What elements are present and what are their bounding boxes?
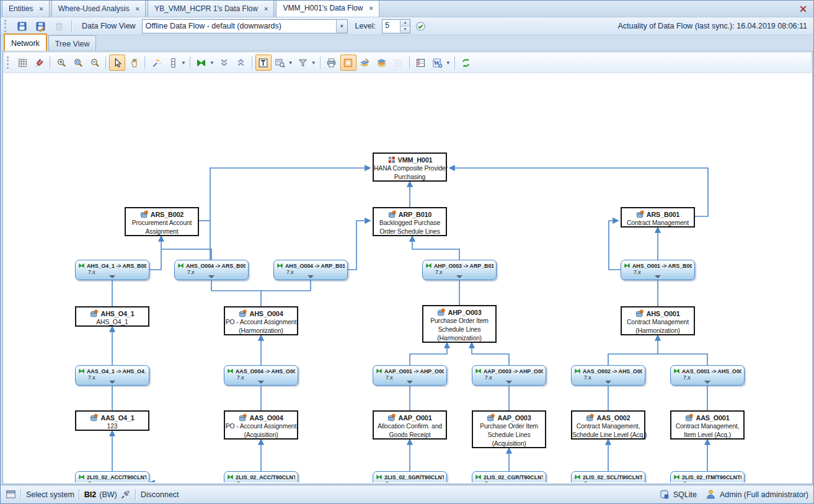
sync-status-button[interactable] bbox=[413, 18, 429, 34]
node-AHP_O003[interactable]: AHP_O003Purchase Order ItemSchedule Line… bbox=[422, 305, 497, 343]
tab-close-icon[interactable]: × bbox=[38, 5, 43, 12]
delete-button[interactable] bbox=[51, 18, 67, 34]
transformation-node-13[interactable]: 2LIS_02_SGR/T90CLNT090 ->...7.x bbox=[373, 471, 447, 482]
transformation-version: 7.x bbox=[584, 480, 642, 482]
snap-magnet-button[interactable] bbox=[31, 55, 47, 71]
transformation-node-14[interactable]: 2LIS_02_CGR/T90CLNT090 ->...7.x bbox=[472, 471, 546, 482]
node-AAS_O001[interactable]: AAS_O001Contract Management,Item Level (… bbox=[670, 410, 745, 440]
transformation-node-10[interactable]: AAS_O001 -> AHS_O0017.x bbox=[670, 365, 745, 386]
collapse-chevron-icon[interactable] bbox=[307, 275, 314, 278]
tab-close-icon[interactable]: × bbox=[135, 5, 140, 12]
node-AAS_O004[interactable]: AAS_O004PO - Account Assignment(Acquisit… bbox=[224, 410, 298, 440]
disconnect-button[interactable]: Disconnect bbox=[141, 490, 179, 499]
collapse-chevron-icon[interactable] bbox=[109, 381, 115, 384]
word-export-button[interactable]: W bbox=[430, 55, 446, 71]
node-ARP_B010[interactable]: ARP_B010Backlogged PurchaseOrder Schedul… bbox=[373, 207, 447, 236]
view-tab-tree-view[interactable]: Tree View bbox=[48, 35, 97, 51]
document-tab-3[interactable]: VMM_H001's Data Flow× bbox=[276, 0, 379, 17]
node-AAS_O002[interactable]: AAS_O002Contract Management,Schedule Lin… bbox=[571, 410, 645, 440]
save-button[interactable] bbox=[14, 18, 30, 34]
view-tab-network[interactable]: Network bbox=[4, 33, 47, 51]
grid-button[interactable] bbox=[14, 55, 30, 71]
collapse-all-button[interactable] bbox=[216, 55, 232, 71]
zoom-in-button[interactable] bbox=[53, 55, 69, 71]
zoom-page-button[interactable] bbox=[70, 55, 86, 71]
dropdown-caret-icon[interactable]: ▼ bbox=[181, 60, 186, 66]
spin-down-icon[interactable]: ▼ bbox=[400, 26, 410, 33]
legend-button[interactable] bbox=[413, 55, 429, 71]
collapse-chevron-icon[interactable] bbox=[258, 381, 264, 384]
transformation-node-12[interactable]: 2LIS_02_ACC/T90CLNT090 ->...7.x bbox=[224, 471, 298, 482]
transformation-node-3[interactable]: AHP_O003 -> ARP_B0107.x bbox=[422, 260, 497, 280]
expand-all-button[interactable] bbox=[233, 55, 249, 71]
printer-button[interactable] bbox=[324, 55, 340, 71]
collapse-chevron-icon[interactable] bbox=[605, 381, 611, 384]
transformation-node-16[interactable]: 2LIS_02_ITM/T90CLNT090 ->...7.x bbox=[670, 471, 745, 482]
node-AAS_O4_1[interactable]: AAS_O4_1123 bbox=[75, 410, 149, 431]
transformation-button[interactable] bbox=[193, 55, 210, 71]
node-AAP_O003[interactable]: AAP_O003Purchase Order ItemSchedule Line… bbox=[472, 410, 546, 448]
document-tab-2[interactable]: YB_VMM_HCPR 1's Data Flow× bbox=[148, 0, 274, 17]
collapse-chevron-icon[interactable] bbox=[208, 275, 215, 278]
collapse-chevron-icon[interactable] bbox=[506, 381, 512, 384]
transformation-node-2[interactable]: AHS_O004 -> ARP_B0107.x bbox=[273, 260, 348, 280]
close-tab-group-icon[interactable] bbox=[799, 4, 808, 14]
transformation-node-1[interactable]: AHS_O004 -> ARS_B0027.x bbox=[174, 260, 249, 280]
layers-edit-button[interactable] bbox=[357, 55, 373, 71]
diagram-canvas[interactable]: VMM_H001HANA Composite ProviderPurchasin… bbox=[4, 74, 811, 482]
transformation-node-15[interactable]: 2LIS_02_SCL/T90CLNT090 ->...7.x bbox=[571, 471, 645, 482]
node-ARS_B002[interactable]: ARS_B002Procurement AccountAssignment bbox=[125, 207, 199, 236]
select-system-button[interactable]: Select system bbox=[26, 490, 74, 499]
collapse-chevron-icon[interactable] bbox=[407, 381, 413, 384]
refresh-button[interactable] bbox=[458, 55, 474, 71]
document-tab-0[interactable]: Entities× bbox=[2, 0, 50, 17]
collapse-chevron-icon[interactable] bbox=[456, 275, 462, 278]
dropdown-caret-icon[interactable]: ▼ bbox=[210, 60, 215, 66]
node-AHS_O004[interactable]: AHS_O004PO - Account Assignment(Harmoniz… bbox=[224, 306, 298, 335]
dropdown-caret-icon[interactable]: ▼ bbox=[311, 60, 316, 66]
combo-dropdown-icon[interactable]: ▼ bbox=[336, 20, 347, 33]
transformation-label: AAP_O003 -> AHP_O003 bbox=[484, 368, 543, 374]
pan-hand-button[interactable] bbox=[126, 55, 142, 71]
tab-close-icon[interactable]: × bbox=[368, 4, 373, 12]
document-tab-1[interactable]: Where-Used Analysis× bbox=[51, 0, 146, 17]
collapse-chevron-icon[interactable] bbox=[109, 275, 115, 278]
level-spinner[interactable]: 5 ▲▼ bbox=[382, 19, 410, 33]
tab-close-icon[interactable]: × bbox=[263, 5, 268, 12]
node-title: ARP_B010 bbox=[399, 210, 431, 219]
collapse-chevron-icon[interactable] bbox=[655, 275, 661, 278]
transformation-node-11[interactable]: 2LIS_02_ACC/T90CLNT090 ->...7.x bbox=[75, 471, 149, 482]
collapse-chevron-icon[interactable] bbox=[704, 381, 710, 384]
transformation-node-9[interactable]: AAS_O002 -> AHS_O0017.x bbox=[571, 365, 645, 386]
node-AAP_O001[interactable]: AAP_O001Allocation Confirm. andGoods Rec… bbox=[373, 410, 447, 440]
search-table-button[interactable] bbox=[272, 55, 288, 71]
zoom-out-button[interactable] bbox=[87, 55, 103, 71]
node-description-line: (Harmonization) bbox=[423, 334, 495, 343]
node-ARS_B001[interactable]: ARS_B001Contract Management bbox=[621, 207, 695, 228]
spin-up-icon[interactable]: ▲ bbox=[400, 20, 410, 26]
transformation-node-6[interactable]: AAS_O004 -> AHS_O0047.x bbox=[224, 365, 298, 386]
transformation-node-4[interactable]: AHS_O001 -> ARS_B0017.x bbox=[621, 260, 695, 280]
toolbar-grip bbox=[4, 20, 9, 32]
system-log-icon[interactable] bbox=[6, 489, 16, 500]
save-as-button[interactable] bbox=[32, 18, 48, 34]
transformation-node-8[interactable]: AAP_O003 -> AHP_O0037.x bbox=[472, 365, 546, 386]
dots-grid-button[interactable] bbox=[391, 55, 407, 71]
node-title: AHP_O003 bbox=[448, 308, 481, 317]
text-display-button[interactable] bbox=[255, 55, 272, 71]
data-flow-select[interactable]: Offline Data Flow - default (downwards) … bbox=[142, 19, 348, 33]
filter-button[interactable] bbox=[295, 55, 311, 71]
layers-button[interactable] bbox=[374, 55, 390, 71]
dropdown-caret-icon[interactable]: ▼ bbox=[446, 60, 451, 66]
dropdown-caret-icon[interactable]: ▼ bbox=[288, 60, 293, 66]
node-VMM_H001[interactable]: VMM_H001HANA Composite ProviderPurchasin… bbox=[373, 153, 447, 182]
transformation-node-5[interactable]: AAS_O4_1 -> AHS_O4_17.x bbox=[75, 365, 149, 386]
layout-options-button[interactable] bbox=[165, 55, 181, 71]
transformation-node-0[interactable]: AHS_O4_1 -> ARS_B0027.x bbox=[75, 260, 149, 280]
frame-button[interactable] bbox=[340, 55, 356, 71]
auto-layout-button[interactable] bbox=[148, 55, 164, 71]
node-AHS_O4_1[interactable]: AHS_O4_1AHS_O4_1 bbox=[75, 306, 149, 327]
node-AHS_O001[interactable]: AHS_O001Contract Management(Harmonizatio… bbox=[621, 306, 695, 335]
transformation-node-7[interactable]: AAP_O001 -> AHP_O0037.x bbox=[373, 365, 447, 386]
select-cursor-button[interactable] bbox=[109, 55, 125, 71]
